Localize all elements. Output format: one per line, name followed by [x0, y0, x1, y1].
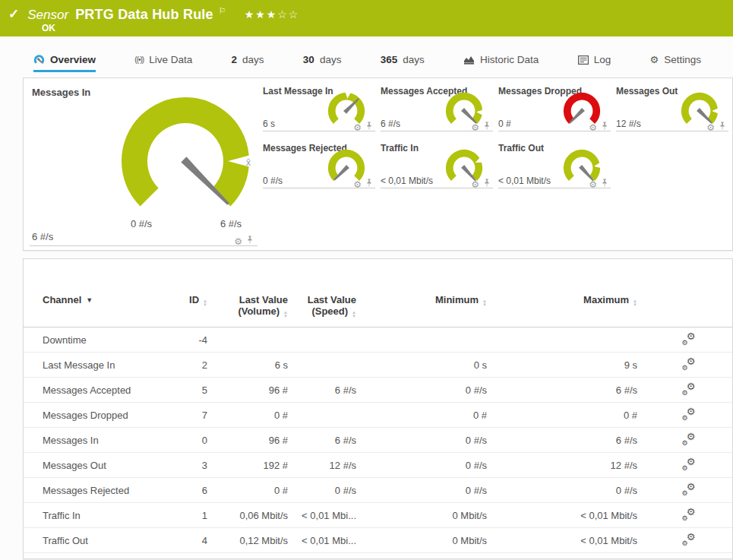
- column-header-channel[interactable]: Channel▼: [24, 259, 175, 327]
- column-label: Maximum: [583, 294, 629, 305]
- gear-icon[interactable]: ⚙: [589, 120, 597, 134]
- tab-log[interactable]: Log: [578, 54, 611, 72]
- column-header-minimum[interactable]: Minimum▲▼: [364, 259, 494, 327]
- pin-icon[interactable]: [365, 177, 373, 191]
- cell-channel: Traffic Out: [24, 528, 175, 553]
- card-actions: ⚙: [353, 120, 373, 134]
- tab-2-days[interactable]: 2 days: [232, 54, 264, 72]
- channel-settings-icon[interactable]: ⚙⚙: [682, 432, 696, 445]
- tab-prefix: 365: [381, 54, 398, 65]
- cell-id: 3: [175, 453, 215, 478]
- table-row-messages-accepted[interactable]: Messages Accepted 5 96 # 6 #/s 0 #/s 6 #…: [24, 378, 732, 403]
- sort-icon: ▼: [86, 296, 93, 304]
- pin-icon[interactable]: [601, 177, 608, 191]
- gauge-value: 6 #/s: [381, 119, 400, 129]
- table-row-messages-rejected[interactable]: Messages Rejected 6 0 # 0 #/s 0 #/s 0 #/…: [24, 478, 732, 503]
- cell-minimum: 0 #/s: [364, 428, 494, 453]
- tab-365-days[interactable]: 365 days: [381, 54, 425, 72]
- pin-icon[interactable]: [365, 120, 373, 134]
- gear-icon[interactable]: ⚙: [589, 177, 597, 191]
- tab-overview[interactable]: Overview: [33, 54, 96, 72]
- cell-last-value-volume: 6 s: [215, 353, 295, 378]
- gear-icon[interactable]: ⚙: [471, 177, 479, 191]
- live-data-icon: ((•)): [134, 55, 144, 64]
- tab-live-data[interactable]: ((•)) Live Data: [134, 54, 192, 72]
- tab-label: Live Data: [149, 54, 192, 65]
- cell-last-value-speed: < 0,01 Mbi...: [295, 503, 364, 528]
- mini-gauge-card-traffic-out: Traffic Out < 0,01 Mbit/s ⚙: [498, 141, 611, 188]
- mini-gauge-card-messages-out: Messages Out 12 #/s ⚙: [616, 84, 728, 131]
- table-row-messages-dropped[interactable]: Messages Dropped 7 0 # 0 # 0 # ⚙⚙: [24, 403, 732, 428]
- pin-icon[interactable]: [483, 177, 491, 191]
- gauge-value: 6 s: [263, 119, 275, 129]
- cell-maximum: 6 #/s: [494, 378, 645, 403]
- channel-settings-icon[interactable]: ⚙⚙: [682, 508, 696, 520]
- tab-30-days[interactable]: 30 days: [303, 54, 342, 72]
- channel-settings-icon[interactable]: ⚙⚙: [682, 357, 696, 370]
- table-row-downtime[interactable]: Downtime -4 ⚙⚙: [24, 327, 732, 353]
- table-header-row: Channel▼ ID▲▼ Last Value (Volume)▲▼ Last…: [24, 259, 732, 327]
- column-header-maximum[interactable]: Maximum▲▼: [494, 259, 645, 327]
- sort-icon: ▲▼: [633, 299, 637, 307]
- gear-icon[interactable]: ⚙: [234, 234, 242, 248]
- tab-label: days: [403, 54, 425, 65]
- pin-icon[interactable]: [483, 120, 491, 134]
- cell-maximum: 12 #/s: [494, 453, 645, 478]
- historic-data-icon: [463, 55, 475, 65]
- channel-settings-icon[interactable]: ⚙⚙: [682, 482, 696, 495]
- table-row-last-message-in[interactable]: Last Message In 2 6 s 0 s 9 s ⚙⚙: [24, 353, 732, 378]
- cell-channel: Messages Dropped: [24, 403, 175, 428]
- gauge-value: < 0,01 Mbit/s: [498, 176, 551, 186]
- pin-icon[interactable]: [246, 234, 254, 248]
- column-header-actions: [645, 259, 732, 327]
- gauge-title: Messages Out: [616, 86, 678, 96]
- column-header-id[interactable]: ID▲▼: [175, 259, 215, 327]
- channel-settings-icon[interactable]: ⚙⚙: [682, 382, 696, 395]
- sort-icon: ▲▼: [203, 299, 207, 307]
- gear-icon[interactable]: ⚙: [471, 120, 479, 134]
- pin-icon[interactable]: [719, 120, 726, 134]
- column-header-last-value-speed[interactable]: Last Value (Speed)▲▼: [295, 259, 364, 327]
- star-rating[interactable]: ★★★☆☆: [245, 8, 300, 21]
- tab-historic-data[interactable]: Historic Data: [463, 54, 539, 72]
- table-row-messages-in[interactable]: Messages In 0 96 # 6 #/s 0 #/s 6 #/s ⚙⚙: [24, 428, 732, 453]
- sensor-header: ✓ Sensor PRTG Data Hub Rule ⚐ ★★★☆☆ OK: [0, 0, 733, 36]
- pin-icon[interactable]: [601, 120, 608, 134]
- cell-minimum: 0 #/s: [364, 378, 494, 403]
- cell-last-value-speed: 12 #/s: [295, 453, 364, 478]
- table-row-traffic-out[interactable]: Traffic Out 4 0,12 Mbit/s < 0,01 Mbi... …: [24, 528, 732, 553]
- mini-gauge-card-messages-dropped: Messages Dropped 0 # ⚙: [498, 84, 611, 131]
- column-label: Last Value (Speed): [308, 294, 356, 317]
- gear-icon[interactable]: ⚙: [353, 177, 362, 191]
- column-header-last-value-volume[interactable]: Last Value (Volume)▲▼: [215, 259, 295, 327]
- channel-settings-icon[interactable]: ⚙⚙: [682, 457, 696, 470]
- cell-id: 7: [175, 403, 215, 428]
- tab-label: days: [320, 54, 342, 65]
- channel-settings-icon[interactable]: ⚙⚙: [682, 533, 696, 546]
- tab-settings[interactable]: ⚙ Settings: [649, 54, 700, 72]
- overview-gauges-panel: Messages In 0 #/s 6 #/s x̄ 6 #/s ⚙ Last …: [23, 78, 733, 251]
- channel-settings-icon[interactable]: ⚙⚙: [682, 407, 696, 420]
- cell-minimum: 0 #/s: [364, 478, 494, 503]
- card-actions: ⚙: [589, 177, 608, 191]
- table-row-traffic-in[interactable]: Traffic In 1 0,06 Mbit/s < 0,01 Mbi... 0…: [24, 503, 732, 528]
- cell-last-value-volume: [215, 327, 295, 353]
- cell-last-value-speed: < 0,01 Mbi...: [295, 528, 364, 553]
- sort-icon: ▲▼: [482, 299, 487, 307]
- average-marker-label: x̄: [246, 157, 251, 168]
- channel-settings-icon[interactable]: ⚙⚙: [682, 332, 696, 345]
- mini-gauge-card-traffic-in: Traffic In < 0,01 Mbit/s ⚙: [381, 141, 493, 188]
- card-actions: ⚙: [471, 120, 491, 134]
- gear-icon[interactable]: ⚙: [706, 120, 715, 134]
- cell-minimum: 0 Mbit/s: [364, 503, 494, 528]
- cell-id: 4: [175, 528, 215, 553]
- cell-last-value-volume: 0,12 Mbit/s: [215, 528, 295, 553]
- gauge-title: Traffic Out: [498, 143, 544, 153]
- gauge: [113, 89, 257, 233]
- gear-icon[interactable]: ⚙: [353, 120, 362, 134]
- tab-prefix: 30: [303, 54, 314, 65]
- cell-last-value-volume: 0 #: [215, 403, 295, 428]
- table-row-messages-out[interactable]: Messages Out 3 192 # 12 #/s 0 #/s 12 #/s…: [24, 453, 732, 478]
- flag-icon[interactable]: ⚐: [219, 6, 226, 16]
- mini-gauge-card-last-message-in: Last Message In 6 s ⚙: [263, 84, 375, 131]
